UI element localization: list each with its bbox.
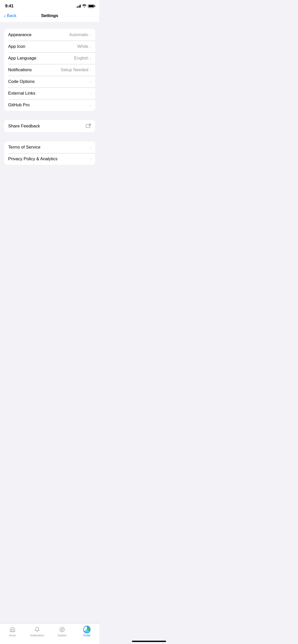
terms-chevron-icon: › [90, 145, 91, 150]
app-language-chevron-icon: › [90, 56, 91, 61]
feedback-group: Share Feedback [4, 120, 95, 132]
privacy-label: Privacy Policy & Analytics [8, 156, 58, 162]
app-icon-value: White [77, 44, 88, 49]
appearance-value: Automatic [69, 32, 88, 37]
privacy-chevron-icon: › [90, 157, 91, 161]
appearance-chevron-icon: › [90, 33, 91, 37]
terms-row[interactable]: Terms of Service › [4, 141, 95, 153]
share-feedback-label: Share Feedback [8, 124, 40, 129]
page-title: Settings [41, 13, 58, 18]
svg-rect-0 [86, 124, 90, 128]
share-feedback-icon-group [86, 123, 91, 129]
github-pro-row[interactable]: GitHub Pro › [4, 99, 95, 111]
legal-group: Terms of Service › Privacy Policy & Anal… [4, 141, 95, 165]
external-links-row[interactable]: External Links › [4, 87, 95, 99]
app-language-row[interactable]: App Language English › [4, 52, 95, 64]
battery-icon [88, 5, 94, 8]
notifications-row[interactable]: Notifications Setup Needed › [4, 64, 95, 76]
terms-value-group: › [90, 145, 91, 150]
status-time: 9:41 [5, 4, 13, 9]
back-button[interactable]: ‹ Back [4, 13, 16, 18]
back-chevron-icon: ‹ [4, 13, 6, 18]
nav-header: ‹ Back Settings [0, 11, 99, 22]
terms-label: Terms of Service [8, 145, 40, 150]
external-links-value-group: › [90, 91, 91, 96]
content-area: Appearance Automatic › App Icon White › … [0, 22, 99, 190]
status-bar: 9:41 [0, 0, 99, 11]
privacy-row[interactable]: Privacy Policy & Analytics › [4, 153, 95, 165]
notifications-value: Setup Needed [61, 67, 88, 72]
app-language-value: English [74, 56, 88, 61]
github-pro-chevron-icon: › [90, 103, 91, 107]
appearance-row[interactable]: Appearance Automatic › [4, 29, 95, 41]
external-links-chevron-icon: › [90, 91, 91, 96]
main-settings-group: Appearance Automatic › App Icon White › … [4, 29, 95, 111]
github-pro-value-group: › [90, 103, 91, 107]
app-icon-value-group: White › [77, 44, 91, 49]
notifications-value-group: Setup Needed › [61, 67, 91, 72]
back-label: Back [7, 13, 17, 18]
code-options-chevron-icon: › [90, 80, 91, 84]
share-feedback-row[interactable]: Share Feedback [4, 120, 95, 132]
appearance-value-group: Automatic › [69, 32, 91, 37]
status-icons [77, 4, 94, 8]
github-pro-label: GitHub Pro [8, 103, 30, 108]
code-options-label: Code Options [8, 79, 35, 84]
notifications-label: Notifications [8, 67, 32, 72]
appearance-label: Appearance [8, 32, 32, 37]
app-language-label: App Language [8, 56, 36, 61]
code-options-row[interactable]: Code Options › [4, 76, 95, 87]
share-feedback-icon [86, 123, 91, 129]
app-language-value-group: English › [74, 56, 91, 61]
signal-icon [77, 5, 81, 8]
notifications-chevron-icon: › [90, 68, 91, 72]
app-icon-label: App Icon [8, 44, 25, 49]
external-links-label: External Links [8, 91, 35, 96]
app-icon-chevron-icon: › [90, 45, 91, 49]
code-options-value-group: › [90, 80, 91, 84]
privacy-value-group: › [90, 157, 91, 161]
wifi-icon [82, 4, 86, 8]
app-icon-row[interactable]: App Icon White › [4, 41, 95, 52]
